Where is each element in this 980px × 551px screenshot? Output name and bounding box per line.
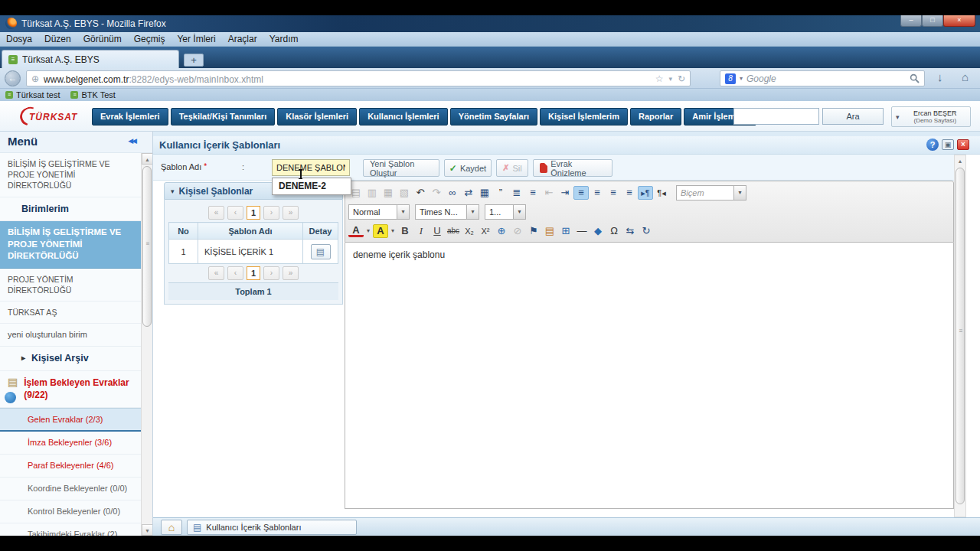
find-icon[interactable]: ∞	[445, 186, 460, 200]
app-search-button[interactable]: Ara	[822, 108, 884, 125]
app-nav-button[interactable]: Raporlar	[630, 108, 681, 126]
new-tab-button[interactable]: +	[184, 54, 204, 67]
first-page-button[interactable]: «	[208, 266, 224, 280]
sidebar-scroll-thumb[interactable]: ≡	[142, 166, 152, 327]
first-page-button[interactable]: «	[208, 206, 224, 220]
autocomplete-suggestion[interactable]: DENEME-2	[272, 178, 351, 195]
taskbar-tab[interactable]: ▤ Kullanıcı İçerik Şablonları	[187, 520, 357, 535]
sidebar-item-bilisim-direktorlugu[interactable]: BİLİŞİM İŞ GELİŞTİRME VE PROJE YÖNETİMİ …	[0, 153, 142, 197]
text-color-caret-icon[interactable]: ▾	[364, 224, 372, 238]
browser-search-input[interactable]	[746, 73, 906, 84]
sidebar-item-yeni-olusturulan-birim[interactable]: yeni oluşturulan birim	[0, 324, 142, 347]
back-button[interactable]: ←	[5, 70, 21, 86]
current-page[interactable]: 1	[247, 206, 260, 220]
unlink-icon[interactable]: ⊘	[510, 224, 525, 238]
dropdown-caret-icon[interactable]: ▾	[513, 205, 525, 219]
justify-icon[interactable]: ≡	[622, 186, 637, 200]
special-char-icon[interactable]: Ω	[606, 224, 622, 238]
undo-icon[interactable]: ↶	[413, 186, 428, 200]
menu-item[interactable]: Dosya	[0, 32, 38, 46]
user-menu[interactable]: ▾ Ercan BEŞER (Demo Sayfası)	[891, 106, 971, 127]
app-nav-button[interactable]: Teşkilat/Kişi Tanımları	[171, 108, 276, 126]
bold-icon[interactable]: B	[397, 224, 413, 238]
ltr-icon[interactable]: ▸¶	[638, 186, 653, 200]
close-window-button[interactable]: ×	[943, 15, 975, 27]
scroll-down-icon[interactable]: ▼	[142, 524, 153, 536]
taskbar-home-icon[interactable]: ⌂	[161, 520, 182, 535]
bookmark-item[interactable]: ≡ BTK Test	[70, 90, 115, 99]
browser-tab[interactable]: ≡ Türksat A.Ş. EBYS	[2, 50, 179, 68]
menu-item[interactable]: Yer İmleri	[171, 32, 221, 46]
url-dropdown-icon[interactable]: ▾	[668, 75, 672, 83]
font-size-dropdown[interactable]: 1... ▾	[485, 204, 526, 220]
downloads-icon[interactable]: ↓	[937, 70, 943, 83]
help-icon[interactable]: ?	[926, 139, 939, 151]
replace-icon[interactable]: ⇄	[461, 186, 476, 200]
app-nav-button[interactable]: Evrak İşlemleri	[92, 108, 168, 126]
sidebar-item-gelen-evraklar[interactable]: Gelen Evraklar (2/3)	[0, 408, 142, 432]
select-all-icon[interactable]: ▦	[477, 186, 492, 200]
text-color-icon[interactable]: A	[348, 225, 364, 237]
italic-icon[interactable]: I	[413, 224, 429, 238]
bullet-list-icon[interactable]: ≡	[525, 186, 541, 200]
save-button[interactable]: ✓Kaydet	[444, 159, 492, 177]
collapse-sidebar-icon[interactable]: ◀◀	[128, 137, 136, 145]
browser-search-box[interactable]: 8 ▾	[720, 70, 925, 86]
current-page[interactable]: 1	[247, 266, 260, 280]
home-icon[interactable]: ⌂	[962, 70, 969, 83]
indent-icon[interactable]: ⇥	[557, 186, 573, 200]
superscript-icon[interactable]: X²	[478, 224, 493, 238]
menu-item[interactable]: Düzen	[38, 32, 77, 46]
new-template-button[interactable]: Yeni Şablon Oluştur	[363, 159, 439, 177]
last-page-button[interactable]: »	[283, 266, 299, 280]
paste-word-icon[interactable]: ▦	[381, 186, 396, 200]
link-icon[interactable]: ⊕	[494, 224, 509, 238]
sidebar-scrollbar[interactable]: ▲ ≡ ▼	[141, 153, 152, 536]
detail-button[interactable]: ▤	[311, 244, 331, 259]
copy-icon[interactable]: ▧	[397, 186, 412, 200]
sidebar-item-islem-bekleyen-evraklar[interactable]: ▤ İşlem Bekleyen Evraklar (9/22)	[0, 371, 142, 407]
align-left-icon[interactable]: ≡	[573, 186, 589, 200]
app-search-input[interactable]	[733, 108, 819, 125]
sidebar-item-kontrol-bekleyenler[interactable]: Kontrol Bekleyenler (0/0)	[0, 500, 142, 523]
content-scrollbar[interactable]: ▲ ≡	[954, 155, 966, 517]
dropdown-caret-icon[interactable]: ▾	[466, 205, 479, 219]
minimize-button[interactable]: –	[900, 15, 922, 27]
dropdown-caret-icon[interactable]: ▾	[397, 205, 409, 219]
menu-item[interactable]: Yardım	[263, 32, 305, 46]
sidebar-item-imza-bekleyenler[interactable]: İmza Bekleyenler (3/6)	[0, 432, 142, 455]
menu-item[interactable]: Geçmiş	[128, 32, 172, 46]
paste-text-icon[interactable]: ▥	[364, 186, 380, 200]
last-page-button[interactable]: »	[283, 206, 299, 220]
highlight-color-caret-icon[interactable]: ▾	[389, 224, 397, 238]
url-bar[interactable]: ⊕ www.belgenet.com.tr:8282/edys-web/main…	[26, 70, 691, 86]
subscript-icon[interactable]: X₂	[462, 224, 477, 238]
align-center-icon[interactable]: ≡	[590, 186, 605, 200]
sidebar-item-paraf-bekleyenler[interactable]: Paraf Bekleyenler (4/6)	[0, 455, 142, 478]
sidebar-item-proje-yonetim-direktorlugu[interactable]: PROJE YÖNETİM DİREKTÖRLÜĞÜ	[0, 269, 142, 302]
bookmark-star-icon[interactable]: ☆	[655, 73, 664, 84]
engine-dropdown-icon[interactable]: ▾	[740, 75, 743, 82]
next-page-button[interactable]: ›	[263, 266, 279, 280]
maximize-button[interactable]: □	[922, 15, 943, 27]
prev-page-button[interactable]: ‹	[227, 206, 243, 220]
sidebar-item-koordine-bekleyenler[interactable]: Koordine Bekleyenler (0/0)	[0, 478, 142, 500]
underline-icon[interactable]: U	[430, 224, 445, 238]
scroll-up-icon[interactable]: ▲	[142, 153, 153, 165]
dropdown-caret-icon[interactable]: ▾	[733, 186, 746, 200]
prev-page-button[interactable]: ‹	[227, 266, 243, 280]
blockquote-icon[interactable]: ”	[493, 186, 508, 200]
source-refresh-icon[interactable]: ↻	[639, 224, 654, 238]
image-icon[interactable]: ▤	[542, 224, 557, 238]
bookmark-item[interactable]: ≡ Türksat test	[5, 90, 60, 99]
menu-item[interactable]: Görünüm	[77, 32, 128, 46]
search-magnifier-icon[interactable]	[910, 73, 920, 83]
outdent-icon[interactable]: ⇤	[541, 186, 557, 200]
align-right-icon[interactable]: ≡	[606, 186, 621, 200]
panel-close-icon[interactable]: ×	[957, 139, 969, 150]
table-icon[interactable]: ⊞	[558, 224, 573, 238]
page-break-icon[interactable]: ⇆	[622, 224, 638, 238]
template-name-input[interactable]	[272, 159, 350, 176]
strikethrough-icon[interactable]: abc	[446, 224, 461, 238]
sidebar-item-bilisim-direktorlugu-selected[interactable]: BİLİŞİM İŞ GELİŞTİRME VE PROJE YÖNETİMİ …	[0, 221, 142, 269]
